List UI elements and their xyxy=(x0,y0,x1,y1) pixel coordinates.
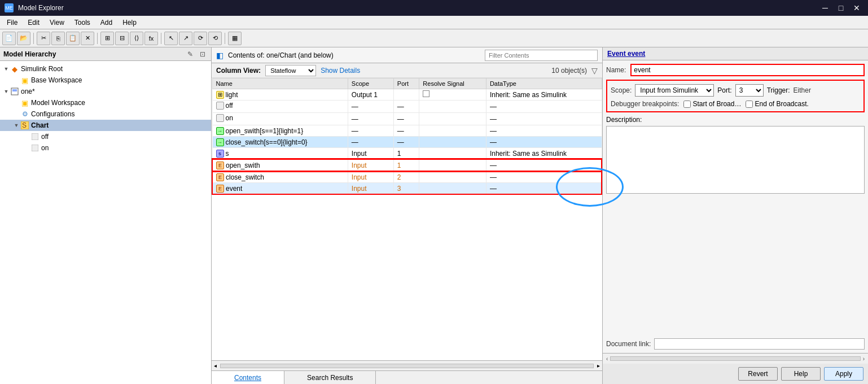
table-row[interactable]: E event Input 3 — xyxy=(212,183,602,195)
h-scrollbar[interactable]: ◂ ▸ xyxy=(212,360,602,370)
toolbar-btn5[interactable]: ⊞ xyxy=(100,32,114,45)
base-workspace-icon: ▣ xyxy=(20,76,29,85)
panel-lock-btn[interactable]: ⊡ xyxy=(198,49,208,59)
cell-datatype: Inherit: Same as Simulink xyxy=(486,148,602,160)
tree-item-configurations[interactable]: ▶ ⚙ Configurations xyxy=(0,108,211,120)
content-header: ◧ Contents of: one/Chart (and below) xyxy=(212,47,602,63)
name-row: Name: xyxy=(606,64,865,76)
toggle-one[interactable]: ▼ xyxy=(2,89,10,94)
name-input[interactable] xyxy=(630,64,865,76)
apply-button[interactable]: Apply xyxy=(824,367,863,381)
toggle-on[interactable]: ▶ xyxy=(23,145,30,151)
cell-port: — xyxy=(393,125,419,137)
toggle-model-workspace[interactable]: ▶ xyxy=(12,100,20,106)
toolbar-btn10[interactable]: ↗ xyxy=(179,32,192,45)
toolbar-copy[interactable]: ⎘ xyxy=(51,32,65,45)
toolbar-btn8[interactable]: fx xyxy=(144,32,158,45)
tree-item-chart[interactable]: ▼ S Chart xyxy=(0,120,211,131)
panel-header-actions: ✎ ⊡ xyxy=(185,49,208,59)
menu-view[interactable]: View xyxy=(45,18,69,28)
table-row[interactable]: → open_swith[s==1]{light=1} — — — xyxy=(212,125,602,137)
tab-search-results[interactable]: Search Results xyxy=(284,371,376,384)
tree-item-on[interactable]: ▶ on xyxy=(0,142,211,154)
end-broadcast-checkbox[interactable] xyxy=(746,101,753,108)
close-button[interactable]: ✕ xyxy=(850,3,863,13)
right-scroll-left[interactable]: ‹ xyxy=(605,356,609,362)
filter-icon[interactable]: ▽ xyxy=(591,66,598,75)
description-textarea[interactable] xyxy=(606,126,865,194)
cell-scope: — xyxy=(348,113,393,125)
panel-edit-btn[interactable]: ✎ xyxy=(185,49,195,59)
table-row[interactable]: ⊞ light Output 1 Inherit: Same as Simuli… xyxy=(212,89,602,101)
toolbar-btn9[interactable]: ↖ xyxy=(164,32,178,45)
cell-name: E close_switch xyxy=(212,171,348,183)
toolbar-sep4 xyxy=(225,33,225,44)
table-row[interactable]: E close_switch Input 2 — xyxy=(212,171,602,183)
doc-link-input[interactable] xyxy=(654,338,865,350)
toolbar-btn11[interactable]: ⟳ xyxy=(194,32,207,45)
menu-help[interactable]: Help xyxy=(118,18,141,28)
filter-input[interactable] xyxy=(485,50,598,61)
toolbar-sep3 xyxy=(161,33,161,44)
menu-edit[interactable]: Edit xyxy=(23,18,44,28)
menu-file[interactable]: File xyxy=(2,18,22,28)
toolbar-sep2 xyxy=(97,33,98,44)
tree-item-simulink-root[interactable]: ▼ ◆ Simulink Root xyxy=(0,63,211,75)
start-broadcast-checkbox[interactable] xyxy=(683,101,691,108)
revert-button[interactable]: Revert xyxy=(738,367,778,381)
right-scroll-track[interactable] xyxy=(610,356,860,361)
toolbar-table[interactable]: ▦ xyxy=(228,32,242,45)
toolbar-paste[interactable]: 📋 xyxy=(66,32,80,45)
doc-link-label: Document link: xyxy=(606,340,651,348)
tree-item-off[interactable]: ▶ off xyxy=(0,131,211,142)
toolbar-cut[interactable]: ✂ xyxy=(37,32,50,45)
toolbar-btn7[interactable]: ⟨⟩ xyxy=(130,32,143,45)
cell-port xyxy=(393,89,419,101)
column-view-dropdown[interactable]: Stateflow All Base xyxy=(265,65,316,76)
scope-dropdown[interactable]: Input from Simulink Output to Simulink L… xyxy=(635,84,714,97)
toggle-off[interactable]: ▶ xyxy=(23,134,30,139)
table-row[interactable]: → close_switch[s==0]{light=0} — — — xyxy=(212,137,602,148)
toggle-configurations[interactable]: ▶ xyxy=(12,111,20,117)
cell-resolve xyxy=(419,101,486,113)
tree-item-base-workspace[interactable]: ▶ ▣ Base Workspace xyxy=(0,75,211,86)
toolbar-delete[interactable]: ✕ xyxy=(81,32,94,45)
cell-resolve xyxy=(419,159,486,171)
row-icon-event1: E open_swith xyxy=(216,162,260,169)
scroll-track[interactable] xyxy=(220,364,594,368)
menu-add[interactable]: Add xyxy=(96,18,117,28)
toolbar-new[interactable]: 📄 xyxy=(2,32,16,45)
toolbar-open[interactable]: 📂 xyxy=(17,32,30,45)
window-title: Model Explorer xyxy=(18,4,814,12)
table-row[interactable]: s s Input 1 Inherit: Same as Simulink xyxy=(212,148,602,160)
table-row[interactable]: off — — — xyxy=(212,101,602,113)
toolbar-btn6[interactable]: ⊟ xyxy=(115,32,129,45)
cell-scope: Input xyxy=(348,159,393,171)
scroll-right-arrow[interactable]: ▸ xyxy=(595,363,602,369)
tree-item-model-workspace[interactable]: ▶ ▣ Model Workspace xyxy=(0,97,211,108)
cell-resolve xyxy=(419,137,486,148)
toggle-simulink-root[interactable]: ▼ xyxy=(2,66,10,72)
help-button[interactable]: Help xyxy=(781,367,821,381)
tree-item-one[interactable]: ▼ one* xyxy=(0,86,211,97)
one-label: one* xyxy=(21,88,35,95)
transition-icon: → xyxy=(216,138,224,146)
table-row[interactable]: on — — — xyxy=(212,113,602,125)
menu-tools[interactable]: Tools xyxy=(70,18,95,28)
debugger-row: Debugger breakpoints: Start of Broad… En… xyxy=(611,100,860,108)
tab-contents[interactable]: Contents xyxy=(212,371,284,384)
toggle-base-workspace[interactable]: ▶ xyxy=(12,77,20,83)
minimize-button[interactable]: ─ xyxy=(818,3,832,13)
cell-datatype: — xyxy=(486,125,602,137)
scroll-left-arrow[interactable]: ◂ xyxy=(212,363,219,369)
toggle-chart[interactable]: ▼ xyxy=(12,123,20,128)
maximize-button[interactable]: □ xyxy=(834,3,848,13)
action-buttons: Revert Help Apply xyxy=(603,364,868,384)
right-scroll-right[interactable]: › xyxy=(862,356,866,362)
table-row[interactable]: E open_swith Input 1 — xyxy=(212,159,602,171)
port-dropdown[interactable]: 1 2 3 4 xyxy=(735,84,764,97)
col-port: Port xyxy=(393,78,419,89)
show-details-link[interactable]: Show Details xyxy=(321,67,360,75)
toolbar-btn12[interactable]: ⟲ xyxy=(208,32,222,45)
right-scrollbar[interactable]: ‹ › xyxy=(603,354,868,364)
